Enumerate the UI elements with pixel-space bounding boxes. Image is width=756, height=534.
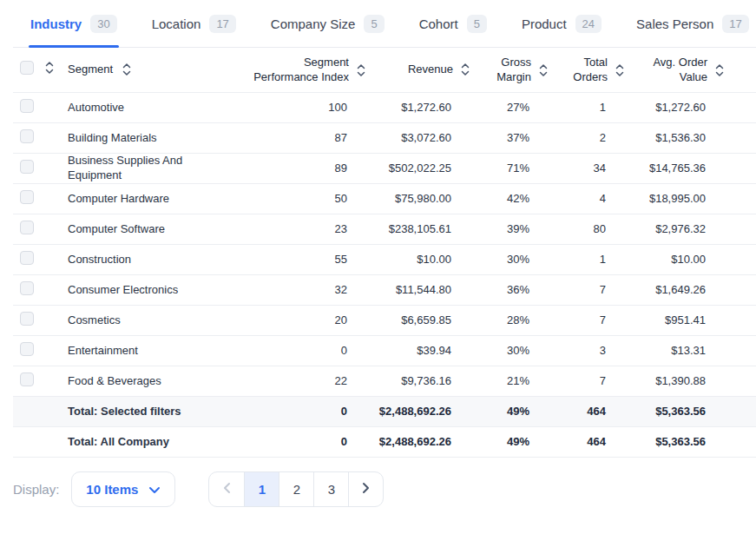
prev-page-button[interactable] — [209, 472, 244, 506]
segment-performance-index-cell: 0 — [236, 405, 366, 419]
next-page-button[interactable] — [348, 472, 383, 506]
table-row[interactable]: Consumer Electronics 32 $11,544.80 36% 7… — [13, 275, 756, 306]
revenue-cell: $1,272.60 — [366, 101, 470, 115]
sort-icon[interactable] — [356, 63, 366, 77]
tab-location[interactable]: Location 17 — [152, 15, 236, 47]
checkbox-cell — [13, 312, 44, 330]
chevron-down-icon — [148, 482, 161, 497]
table-row[interactable]: Construction 55 $10.00 30% 1 $10.00 — [13, 245, 756, 275]
row-checkbox[interactable] — [20, 221, 34, 234]
header-row-sort-cell — [44, 61, 65, 79]
segment-cell: Computer Software — [65, 222, 236, 237]
table-body: Automotive 100 $1,272.60 27% 1 $1,272.60… — [13, 93, 756, 458]
segment-cell: Entertainment — [65, 344, 236, 359]
segment-cell: Business Supplies And Equipment — [65, 154, 236, 183]
avg-order-value-cell: $13.31 — [625, 344, 725, 359]
gross-margin-cell: 49% — [470, 405, 549, 419]
gross-margin-cell: 71% — [470, 162, 549, 176]
avg-order-value-cell: $18,995.00 — [625, 192, 725, 207]
page-size-dropdown[interactable]: 10 Items — [71, 471, 175, 507]
sort-icon[interactable] — [44, 61, 55, 75]
gross-margin-cell: 37% — [470, 131, 549, 146]
spi-header-label: Segment Performance Index — [247, 56, 349, 85]
tab-label: Industry — [30, 16, 82, 31]
pagination: 1 2 3 — [208, 471, 384, 507]
total-orders-cell: 1 — [549, 253, 625, 267]
row-checkbox[interactable] — [20, 251, 34, 265]
revenue-cell: $2,488,692.26 — [366, 435, 470, 450]
checkbox-cell — [13, 221, 44, 239]
total-row[interactable]: Total: Selected filters 0 $2,488,692.26 … — [13, 397, 756, 427]
row-checkbox[interactable] — [20, 99, 34, 113]
segment-performance-index-cell: 100 — [236, 101, 366, 115]
page-2[interactable]: 2 — [279, 472, 313, 506]
segment-cell: Cosmetics — [65, 313, 236, 328]
sort-icon[interactable] — [122, 63, 132, 76]
total-orders-cell: 464 — [549, 435, 625, 450]
tab-count-badge: 5 — [364, 15, 384, 33]
tab-sales-person[interactable]: Sales Person 17 — [636, 15, 749, 47]
checkbox-cell — [13, 129, 44, 148]
sort-icon[interactable] — [615, 63, 625, 77]
row-checkbox[interactable] — [20, 342, 34, 356]
tab-product[interactable]: Product 24 — [522, 15, 602, 47]
gross-margin-header-label: Gross Margin — [470, 56, 531, 85]
row-checkbox[interactable] — [20, 129, 34, 143]
checkbox-cell — [13, 342, 44, 360]
avg-order-value-header: Avg. Order Value — [625, 56, 725, 85]
tab-industry[interactable]: Industry 30 — [30, 15, 117, 47]
revenue-cell: $3,072.60 — [366, 131, 470, 146]
sort-icon[interactable] — [460, 63, 470, 76]
segment-performance-index-cell: 22 — [236, 374, 366, 389]
revenue-cell: $502,022.25 — [366, 162, 470, 176]
total-orders-cell: 1 — [549, 101, 625, 115]
table-row[interactable]: Computer Hardware 50 $75,980.00 42% 4 $1… — [13, 184, 756, 214]
checkbox-cell — [13, 99, 44, 117]
gross-margin-cell: 39% — [470, 222, 549, 237]
total-row[interactable]: Total: All Company 0 $2,488,692.26 49% 4… — [13, 427, 756, 458]
revenue-header: Revenue — [366, 63, 470, 77]
sort-icon[interactable] — [538, 63, 549, 77]
revenue-cell: $39.94 — [366, 344, 470, 359]
chevron-left-icon — [223, 482, 231, 497]
tab-count-badge: 17 — [209, 15, 235, 33]
table-row[interactable]: Building Materials 87 $3,072.60 37% 2 $1… — [13, 123, 756, 154]
gross-margin-cell: 30% — [470, 253, 549, 267]
table-row[interactable]: Cosmetics 20 $6,659.85 28% 7 $951.41 — [13, 306, 756, 336]
checkbox-cell — [13, 160, 44, 178]
avg-order-value-cell: $5,363.56 — [625, 405, 725, 419]
table-row[interactable]: Automotive 100 $1,272.60 27% 1 $1,272.60 — [13, 93, 756, 123]
page-3[interactable]: 3 — [313, 472, 348, 506]
row-checkbox[interactable] — [20, 312, 34, 326]
header-checkbox-cell — [13, 61, 44, 79]
tab-cohort[interactable]: Cohort 5 — [419, 15, 487, 47]
gross-margin-cell: 27% — [470, 101, 549, 115]
table-row[interactable]: Business Supplies And Equipment 89 $502,… — [13, 154, 756, 184]
table-row[interactable]: Entertainment 0 $39.94 30% 3 $13.31 — [13, 336, 756, 366]
total-orders-cell: 7 — [549, 283, 625, 298]
segment-performance-index-cell: 87 — [236, 131, 366, 146]
segment-performance-index-cell: 20 — [236, 313, 366, 328]
page-1[interactable]: 1 — [244, 472, 279, 506]
revenue-cell: $11,544.80 — [366, 283, 470, 298]
segment-cell: Food & Beverages — [65, 374, 236, 389]
select-all-checkbox[interactable] — [20, 61, 34, 75]
total-orders-cell: 7 — [549, 374, 625, 389]
row-checkbox[interactable] — [20, 372, 34, 386]
segment-cell: Total: Selected filters — [65, 405, 236, 419]
row-checkbox[interactable] — [20, 190, 34, 204]
revenue-cell: $238,105.61 — [366, 222, 470, 237]
row-checkbox[interactable] — [20, 281, 34, 295]
row-checkbox[interactable] — [20, 160, 34, 174]
table-row[interactable]: Food & Beverages 22 $9,736.16 21% 7 $1,3… — [13, 366, 756, 397]
revenue-cell: $9,736.16 — [366, 374, 470, 389]
segment-performance-index-cell: 0 — [236, 435, 366, 450]
sort-icon[interactable] — [714, 63, 725, 77]
segment-cell: Construction — [65, 253, 236, 267]
avg-order-value-cell: $2,976.32 — [625, 222, 725, 237]
total-orders-header-label: Total Orders — [549, 56, 608, 85]
tab-company-size[interactable]: Company Size 5 — [271, 15, 385, 47]
table-row[interactable]: Computer Software 23 $238,105.61 39% 80 … — [13, 214, 756, 245]
tab-count-badge: 24 — [575, 15, 602, 33]
tab-label: Company Size — [271, 16, 356, 31]
